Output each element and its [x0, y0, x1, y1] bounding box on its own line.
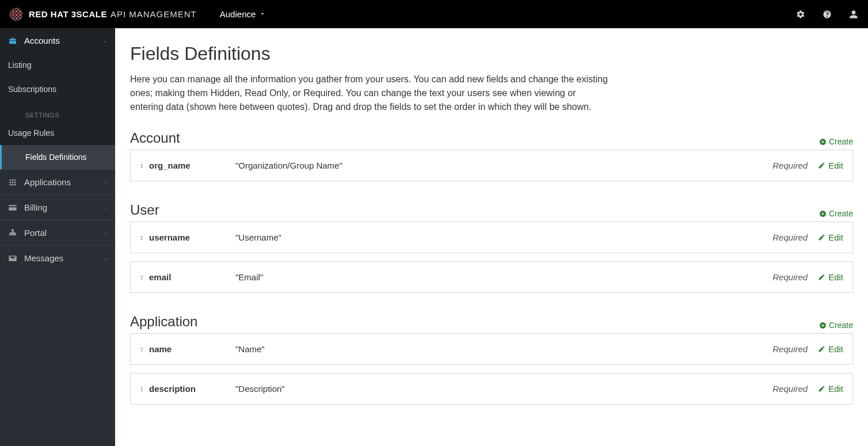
edit-label: Edit	[828, 384, 843, 394]
edit-button[interactable]: Edit	[818, 344, 843, 354]
create-button[interactable]: Create	[819, 321, 853, 330]
help-icon[interactable]	[822, 9, 832, 20]
field-row: ↕ name "Name" Required Edit	[130, 333, 853, 365]
edit-button[interactable]: Edit	[818, 161, 843, 170]
section-title: Account	[130, 130, 180, 146]
plus-circle-icon	[819, 322, 827, 329]
sidebar-sub-listing[interactable]: Listing	[0, 53, 115, 77]
drag-handle-icon[interactable]: ↕	[140, 385, 143, 393]
card-icon	[8, 203, 17, 212]
sidebar-sub-usage-rules[interactable]: Usage Rules	[0, 121, 115, 145]
pencil-icon	[818, 385, 825, 392]
pencil-icon	[818, 162, 825, 169]
user-icon[interactable]	[848, 9, 859, 20]
edit-label: Edit	[828, 161, 843, 170]
main-content: Fields Definitions Here you can manage a…	[115, 28, 868, 446]
sidebar-item-applications[interactable]: Applications ›	[0, 169, 115, 195]
sidebar-item-label: Portal	[24, 228, 47, 238]
edit-label: Edit	[828, 344, 843, 354]
brand-block[interactable]: RED HAT 3SCALE API MANAGEMENT	[9, 7, 197, 21]
field-status: Required	[772, 344, 808, 354]
field-label: "Username"	[235, 232, 772, 242]
edit-button[interactable]: Edit	[818, 384, 843, 394]
chevron-down-icon: ⌄	[102, 37, 107, 44]
drag-handle-icon[interactable]: ↕	[140, 345, 143, 353]
field-status: Required	[772, 161, 808, 170]
field-row: ↕ email "Email" Required Edit	[130, 261, 853, 293]
sidebar-item-portal[interactable]: Portal ›	[0, 220, 115, 245]
sidebar-subgroup-accounts: Listing Subscriptions Settings Usage Rul…	[0, 53, 115, 169]
section-account: Account Create ↕ org_name "Organization/…	[130, 130, 853, 181]
sidebar-item-label: Billing	[24, 203, 47, 212]
sidebar-subheading-settings: Settings	[0, 101, 115, 121]
page-description: Here you can manage all the information …	[130, 73, 608, 114]
grid-icon	[8, 178, 17, 187]
field-row: ↕ description "Description" Required Edi…	[130, 373, 853, 405]
mail-icon	[8, 254, 17, 263]
field-status: Required	[772, 272, 808, 282]
drag-handle-icon[interactable]: ↕	[140, 234, 143, 242]
page-title: Fields Definitions	[130, 43, 853, 64]
chevron-right-icon: ›	[105, 179, 107, 186]
field-name: org_name	[149, 161, 235, 170]
context-label: Audience	[220, 9, 256, 19]
section-user: User Create ↕ username "Username" Requir…	[130, 202, 853, 293]
top-header: RED HAT 3SCALE API MANAGEMENT Audience	[0, 0, 868, 28]
section-title: Application	[130, 314, 197, 330]
edit-button[interactable]: Edit	[818, 232, 843, 242]
sidebar: Accounts ⌄ Listing Subscriptions Setting…	[0, 28, 115, 446]
field-row: ↕ org_name "Organization/Group Name" Req…	[130, 150, 853, 181]
field-label: "Email"	[235, 272, 772, 282]
pencil-icon	[818, 234, 825, 241]
create-label: Create	[829, 209, 853, 218]
sidebar-sub-subscriptions[interactable]: Subscriptions	[0, 77, 115, 101]
field-name: username	[149, 232, 235, 242]
edit-label: Edit	[828, 232, 843, 242]
create-button[interactable]: Create	[819, 137, 853, 146]
plus-circle-icon	[819, 138, 827, 146]
field-label: "Name"	[235, 344, 772, 354]
sidebar-item-billing[interactable]: Billing ›	[0, 195, 115, 220]
pencil-icon	[818, 273, 825, 281]
field-label: "Organization/Group Name"	[235, 161, 772, 170]
sidebar-sub-fields-definitions[interactable]: Fields Definitions	[0, 145, 115, 169]
create-label: Create	[829, 137, 853, 146]
field-row: ↕ username "Username" Required Edit	[130, 222, 853, 253]
context-dropdown[interactable]: Audience	[220, 9, 267, 19]
field-name: description	[149, 384, 235, 394]
field-status: Required	[772, 384, 808, 394]
brand-sub: API MANAGEMENT	[111, 9, 197, 19]
chevron-right-icon: ›	[105, 255, 107, 262]
section-application: Application Create ↕ name "Name" Require…	[130, 314, 853, 405]
create-label: Create	[829, 321, 853, 330]
create-button[interactable]: Create	[819, 209, 853, 218]
sidebar-item-accounts[interactable]: Accounts ⌄	[0, 28, 115, 53]
pencil-icon	[818, 345, 825, 353]
sidebar-item-label: Messages	[24, 253, 63, 263]
chevron-down-icon	[259, 9, 266, 19]
section-title: User	[130, 202, 159, 218]
edit-button[interactable]: Edit	[818, 272, 843, 282]
sidebar-item-label: Accounts	[24, 36, 60, 45]
top-actions	[795, 9, 859, 20]
field-name: name	[149, 344, 235, 354]
chevron-right-icon: ›	[105, 230, 107, 237]
briefcase-icon	[8, 36, 17, 45]
drag-handle-icon[interactable]: ↕	[140, 273, 143, 281]
field-label: "Description"	[235, 384, 772, 394]
field-name: email	[149, 272, 235, 282]
plus-circle-icon	[819, 210, 827, 218]
sidebar-item-label: Applications	[24, 177, 71, 187]
sitemap-icon	[8, 228, 17, 238]
edit-label: Edit	[828, 272, 843, 282]
brand-main: RED HAT 3SCALE	[29, 9, 107, 19]
chevron-right-icon: ›	[105, 204, 107, 211]
field-status: Required	[772, 232, 808, 242]
gear-icon[interactable]	[795, 9, 806, 20]
drag-handle-icon[interactable]: ↕	[140, 162, 143, 170]
brand-logo-icon	[9, 7, 23, 21]
brand-text: RED HAT 3SCALE API MANAGEMENT	[29, 9, 197, 19]
sidebar-item-messages[interactable]: Messages ›	[0, 245, 115, 270]
